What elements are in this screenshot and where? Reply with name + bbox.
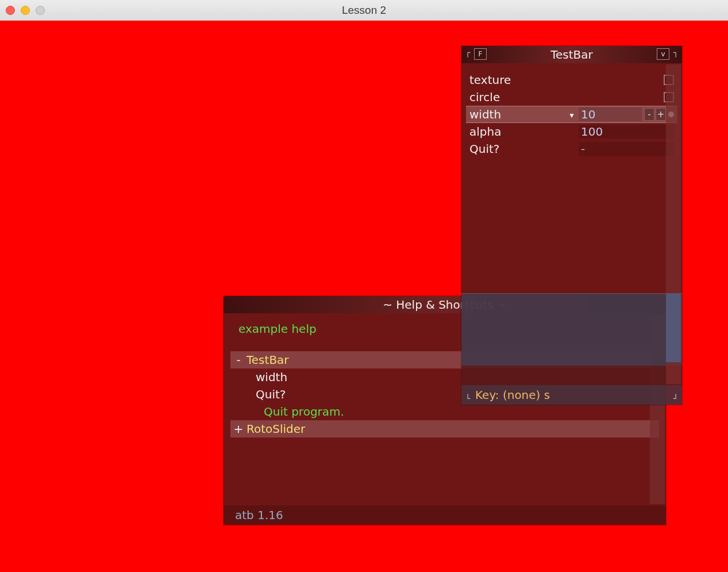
window-title: Lesson 2 — [342, 4, 386, 17]
testbar-title-label: TestBar — [550, 48, 593, 62]
row-alpha[interactable]: alpha 100 — [466, 123, 677, 140]
expand-icon[interactable]: + — [233, 422, 244, 436]
width-decrement-button[interactable]: - — [644, 108, 654, 121]
traffic-lights — [6, 6, 45, 15]
row-alpha-label: alpha — [469, 125, 579, 139]
close-icon[interactable] — [6, 6, 15, 15]
testbar-panel[interactable]: ┌ F TestBar v ┐ texture circle width 1 — [461, 46, 682, 405]
corner-tr-icon[interactable]: ┐ — [671, 47, 681, 57]
row-width-label: width — [469, 108, 579, 121]
row-texture-label: texture — [469, 73, 579, 87]
corner-tl-icon[interactable]: ┌ — [463, 47, 473, 57]
row-texture[interactable]: texture — [466, 71, 677, 89]
collapse-icon[interactable]: - — [233, 353, 244, 367]
row-quit[interactable]: Quit? - — [466, 140, 677, 158]
testbar-footer-label: Key: (none) s — [475, 388, 550, 402]
help-item-quit-desc: Quit program. — [230, 403, 659, 420]
corner-bl-icon[interactable]: └ — [463, 393, 473, 404]
alpha-value[interactable]: 100 — [579, 125, 674, 139]
testbar-title[interactable]: ┌ F TestBar v ┐ — [461, 46, 682, 63]
quit-value[interactable]: - — [579, 142, 674, 156]
width-value[interactable]: 10 — [579, 108, 642, 121]
help-section-testbar-label: TestBar — [246, 353, 289, 367]
opengl-canvas: ~ Help & Shortcuts ~ example help - Test… — [0, 21, 728, 572]
testbar-scrollbar[interactable] — [666, 64, 681, 384]
row-circle[interactable]: circle — [466, 89, 677, 106]
row-quit-label: Quit? — [469, 142, 579, 156]
zoom-icon[interactable] — [36, 6, 45, 15]
testbar-footer: └ Key: (none) s ┘ — [461, 385, 682, 405]
fold-icon[interactable]: F — [474, 48, 487, 60]
row-circle-label: circle — [469, 90, 579, 104]
minimize-icon[interactable] — [21, 6, 30, 15]
help-section-rotoslider-label: RotoSlider — [246, 422, 305, 436]
caret-icon: ▾ — [569, 113, 573, 117]
help-footer-label: atb 1.16 — [235, 508, 283, 522]
minimize-panel-icon[interactable]: v — [657, 48, 669, 60]
testbar-detail-area — [461, 293, 682, 366]
corner-br-icon[interactable]: ┘ — [671, 393, 681, 404]
window-titlebar: Lesson 2 — [0, 0, 728, 21]
width-increment-button[interactable]: + — [656, 108, 666, 121]
help-footer: atb 1.16 — [224, 505, 666, 525]
help-section-rotoslider[interactable]: + RotoSlider — [230, 420, 659, 437]
